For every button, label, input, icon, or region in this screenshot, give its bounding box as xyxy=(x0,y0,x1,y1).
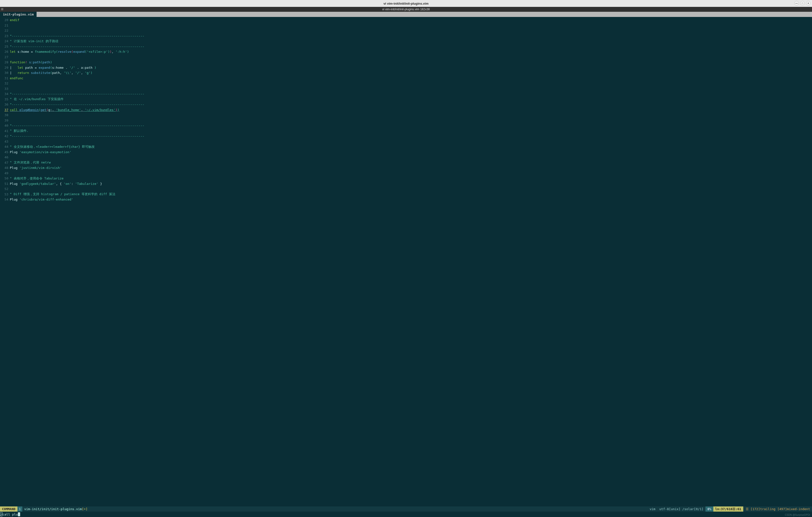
code-line: 46 xyxy=(0,155,812,160)
code-line: 22 xyxy=(0,28,812,33)
code-line-current: 37call plug#begin(get(g:, 'bundle_home',… xyxy=(0,107,812,113)
cursor-icon xyxy=(18,512,20,516)
code-line: 21 xyxy=(0,23,812,28)
status-position: ln:37/616☰:61 xyxy=(713,507,743,512)
code-line: 35" 在 ~/.vim/bundles 下安装插件 xyxy=(0,97,812,102)
code-line: 26let s:home = fnamemodify(resolve(expan… xyxy=(0,49,812,55)
code-line: 33 xyxy=(0,86,812,92)
code-line: 36"-------------------------------------… xyxy=(0,102,812,107)
window-titlebar: vi vim-init/init/init-plugins.vim — □ × xyxy=(0,0,812,7)
code-line: 41" 默认插件. xyxy=(0,128,812,134)
code-line: 27 xyxy=(0,55,812,60)
cmdline-text: /call plu xyxy=(0,513,18,516)
status-file: vim-init/init/init-plugins.vim[+] xyxy=(22,507,90,512)
code-line: 28function! s:path(path) xyxy=(0,60,812,65)
terminal-titlebar: ⊞ vi vim-init/init/init-plugins.vim 182x… xyxy=(0,7,812,12)
status-percent: 6% xyxy=(705,507,713,512)
status-line: COMMAND 1 vim-init/init/init-plugins.vim… xyxy=(0,507,812,512)
code-line: 40"-------------------------------------… xyxy=(0,123,812,128)
command-line[interactable]: /call plu CSDN @SurpriseDPDI xyxy=(0,512,812,517)
tab-bar: init-plugins.vim xyxy=(0,12,812,17)
minimize-button[interactable]: — xyxy=(794,1,799,5)
window-title: vi vim-init/init/init-plugins.vim xyxy=(383,2,428,5)
code-line: 24" 计算当前 vim-init 的子路径 xyxy=(0,38,812,44)
status-warnings: ☰ [172]trailing [497]mixed-indent xyxy=(743,507,812,512)
watermark-text: CSDN @SurpriseDPDI xyxy=(785,514,810,516)
status-encoding: utf-8[unix] /solar[0/1] xyxy=(657,507,705,512)
code-line: 44" 全文快速移动，<leader><leader>f{char} 即可触发 xyxy=(0,144,812,149)
code-line: 39 xyxy=(0,118,812,123)
code-line: 38 xyxy=(0,112,812,118)
code-line: 34"-------------------------------------… xyxy=(0,91,812,97)
code-line: 52 xyxy=(0,186,812,192)
code-line: 31endfunc xyxy=(0,76,812,81)
code-line: 53" Diff 增强，支持 histogram / patience 等更科学… xyxy=(0,192,812,197)
tab-label: init-plugins.vim xyxy=(3,12,34,16)
code-line: 23"-------------------------------------… xyxy=(0,33,812,39)
status-bufnum: 1 xyxy=(18,507,22,512)
code-line: 48Plug 'justinmk/vim-dirvish' xyxy=(0,165,812,171)
close-button[interactable]: × xyxy=(806,1,811,5)
code-line: 47" 文件浏览器，代替 netrw xyxy=(0,160,812,166)
code-line: 49 xyxy=(0,171,812,176)
editor-viewport[interactable]: 20endif 21 22 23"-----------------------… xyxy=(0,17,812,507)
code-line: 20endif xyxy=(0,18,812,23)
code-line: 30| return substitute(path, '\\', '/', '… xyxy=(0,70,812,76)
maximize-button[interactable]: □ xyxy=(800,1,805,5)
status-filetype: vim xyxy=(647,507,657,512)
terminal-subtitle: vi vim-init/init/init-plugins.vim 182x38 xyxy=(382,8,430,11)
code-line: 51Plug 'godlygeek/tabular', { 'on': 'Tab… xyxy=(0,181,812,186)
status-mode: COMMAND xyxy=(0,507,18,512)
code-line: 45Plug 'easymotion/vim-easymotion' xyxy=(0,149,812,155)
code-line: 25"-------------------------------------… xyxy=(0,44,812,49)
pane-icon: ⊞ xyxy=(1,7,3,11)
code-line: 29| let path = expand(s:home . '/' . a:p… xyxy=(0,65,812,70)
cmdline-cursor-box xyxy=(0,512,2,516)
tab-current[interactable]: init-plugins.vim xyxy=(0,12,36,17)
code-line: 50" 表格对齐，使用命令 Tabularize xyxy=(0,176,812,181)
code-line: 54Plug 'chrisbra/vim-diff-enhanced' xyxy=(0,197,812,202)
code-line: 42"-------------------------------------… xyxy=(0,134,812,139)
code-line: 43 xyxy=(0,139,812,144)
code-line: 32 xyxy=(0,81,812,86)
